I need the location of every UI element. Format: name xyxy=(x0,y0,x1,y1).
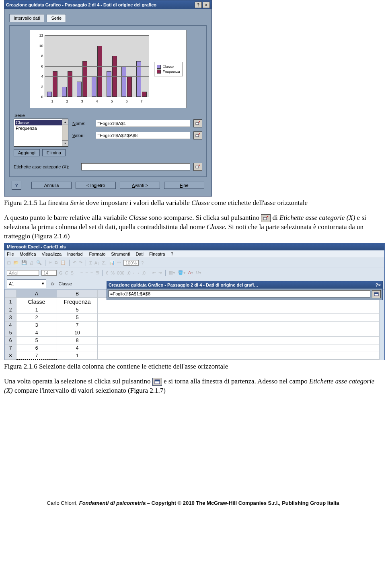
menu-visualizza[interactable]: Visualizza xyxy=(42,252,62,256)
row-header[interactable]: 1 xyxy=(5,297,16,306)
series-item-frequenza[interactable]: Frequenza xyxy=(15,125,67,131)
row-header[interactable]: 6 xyxy=(5,336,16,344)
copy-icon[interactable]: ⧉ xyxy=(55,260,58,265)
cell[interactable]: 2 xyxy=(16,313,57,321)
row-header[interactable]: 5 xyxy=(5,329,16,336)
chart-wizard-icon[interactable]: 📊 xyxy=(109,260,115,265)
preview-icon[interactable]: 🔍 xyxy=(36,260,42,265)
tab-series[interactable]: Serie xyxy=(47,14,66,22)
row-header[interactable]: 4 xyxy=(5,321,16,329)
cell[interactable]: 8 xyxy=(57,336,98,344)
menu-modifica[interactable]: Modifica xyxy=(20,252,36,256)
tab-data-range[interactable]: Intervallo dati xyxy=(9,14,44,22)
name-box[interactable]: A1▾ xyxy=(7,279,46,288)
next-button[interactable]: Avanti > xyxy=(120,182,160,189)
row-header[interactable]: 3 xyxy=(5,313,16,321)
cell[interactable]: 4 xyxy=(57,344,98,352)
align-right-icon[interactable]: ≡ xyxy=(90,270,93,275)
collapsed-help-button[interactable]: ? xyxy=(376,283,378,287)
values-ref-button[interactable] xyxy=(193,131,202,139)
help-icon[interactable]: ? xyxy=(141,260,144,265)
close-titlebar-button[interactable]: × xyxy=(203,2,210,8)
fx-label[interactable]: fx xyxy=(51,281,55,286)
italic-icon[interactable]: C xyxy=(65,270,68,275)
indent-inc-icon[interactable]: ⇥ xyxy=(158,270,162,275)
cell[interactable]: 6 xyxy=(16,344,57,352)
underline-icon[interactable]: S xyxy=(71,270,74,275)
menu-finestra[interactable]: Finestra xyxy=(149,252,165,256)
font-size-box[interactable]: 14 xyxy=(41,270,57,276)
collapsed-range-input[interactable] xyxy=(109,290,370,297)
borders-icon[interactable]: ▦▾ xyxy=(169,270,175,275)
omega-icon[interactable]: Ω▾ xyxy=(196,270,201,275)
help-titlebar-button[interactable]: ? xyxy=(195,2,202,8)
menu-strumenti[interactable]: Strumenti xyxy=(111,252,130,256)
fill-color-icon[interactable]: 🪣▾ xyxy=(178,270,186,275)
drawing-icon[interactable]: ✏ xyxy=(117,260,121,265)
name-ref-button[interactable] xyxy=(193,119,202,127)
merge-icon[interactable]: ⊞ xyxy=(95,270,99,275)
values-field-input[interactable] xyxy=(96,132,190,139)
sort-asc-icon[interactable]: A↓ xyxy=(94,260,100,265)
font-name-box[interactable]: Arial xyxy=(7,270,39,276)
cell[interactable]: 10 xyxy=(57,329,98,336)
cell[interactable]: 1 xyxy=(57,352,98,359)
thousands-icon[interactable]: 000 xyxy=(117,270,124,275)
cell[interactable]: 5 xyxy=(16,336,57,344)
cell[interactable]: 1 xyxy=(16,306,57,313)
undo-icon[interactable]: ↶ xyxy=(73,260,76,265)
category-axis-input[interactable] xyxy=(81,163,190,170)
cell[interactable]: 5 xyxy=(57,306,98,313)
cancel-button[interactable]: Annulla xyxy=(31,182,72,189)
open-icon[interactable]: 📂 xyxy=(13,260,19,265)
back-button[interactable]: < Indietro xyxy=(76,182,116,189)
redo-icon[interactable]: ↷ xyxy=(79,260,82,265)
add-series-button[interactable]: Aggiungi xyxy=(14,149,40,156)
inc-decimal-icon[interactable]: .0→ xyxy=(127,270,135,275)
cell[interactable]: Frequenza xyxy=(57,297,98,306)
new-icon[interactable]: ▢ xyxy=(7,260,11,265)
series-listbox[interactable]: Classe Frequenza ▴▾ xyxy=(14,119,68,147)
bold-icon[interactable]: G xyxy=(59,270,63,275)
row-header[interactable]: 2 xyxy=(5,306,16,313)
row-header[interactable]: 8 xyxy=(5,352,16,359)
listbox-scrollbar[interactable]: ▴▾ xyxy=(62,119,68,146)
help-button[interactable]: ? xyxy=(12,181,21,190)
align-center-icon[interactable]: ≡ xyxy=(85,270,88,275)
cell[interactable]: 4 xyxy=(16,329,57,336)
category-ref-button[interactable] xyxy=(193,163,202,171)
sort-desc-icon[interactable]: Z↓ xyxy=(102,260,107,265)
series-item-classe[interactable]: Classe xyxy=(15,120,67,125)
delete-series-button[interactable]: Elimina xyxy=(42,149,66,156)
autosum-icon[interactable]: Σ xyxy=(89,260,92,265)
col-header-b[interactable]: B xyxy=(57,290,98,297)
cell[interactable]: 3 xyxy=(16,321,57,329)
collapsed-close-button[interactable]: × xyxy=(378,283,381,287)
print-icon[interactable]: 🖨 xyxy=(29,260,34,265)
font-color-icon[interactable]: A▾ xyxy=(188,270,193,275)
cell[interactable]: 7 xyxy=(16,352,57,359)
menu-dati[interactable]: Dati xyxy=(136,252,144,256)
excel-grid[interactable]: A B 1ClasseFrequenza21532543754106587648… xyxy=(4,290,380,360)
name-field-input[interactable] xyxy=(96,120,190,127)
currency-icon[interactable]: € xyxy=(106,270,108,275)
align-left-icon[interactable]: ≡ xyxy=(80,270,83,275)
row-header[interactable]: 7 xyxy=(5,344,16,352)
dec-decimal-icon[interactable]: ←.0 xyxy=(138,270,146,275)
collapsed-expand-button[interactable] xyxy=(372,290,381,298)
menu-help[interactable]: ? xyxy=(171,252,173,256)
cell[interactable]: Classe xyxy=(16,297,57,306)
cell[interactable]: 5 xyxy=(57,313,98,321)
percent-icon[interactable]: % xyxy=(111,270,115,275)
menu-file[interactable]: File xyxy=(7,252,14,256)
cell[interactable]: 7 xyxy=(57,321,98,329)
corner-cell[interactable] xyxy=(5,290,16,297)
paste-icon[interactable]: 📋 xyxy=(60,260,66,265)
col-header-a[interactable]: A xyxy=(16,290,57,297)
excel-menubar[interactable]: File Modifica Visualizza Inserisci Forma… xyxy=(4,250,384,258)
menu-formato[interactable]: Formato xyxy=(89,252,105,256)
save-icon[interactable]: 💾 xyxy=(21,260,27,265)
menu-inserisci[interactable]: Inserisci xyxy=(67,252,83,256)
cut-icon[interactable]: ✂ xyxy=(49,260,52,265)
indent-dec-icon[interactable]: ⇤ xyxy=(152,270,156,275)
